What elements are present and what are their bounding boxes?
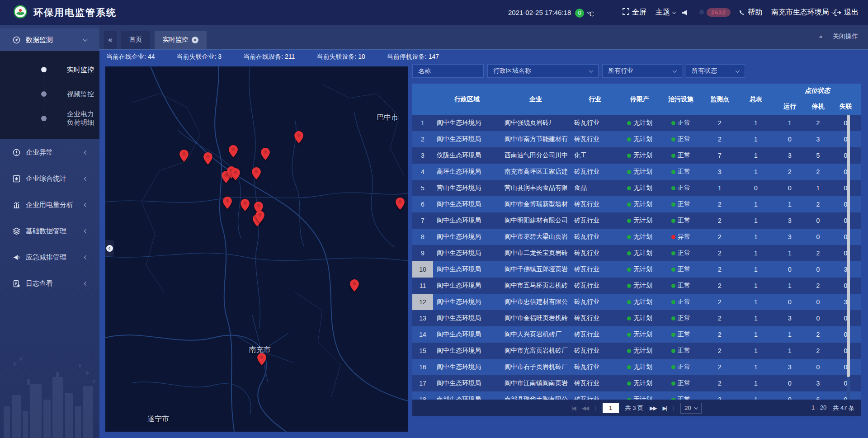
status-dot-green: [671, 154, 675, 158]
table-row[interactable]: 3仪陇生态环境局西南油气田分公司川中化工无计划正常71350: [412, 147, 861, 164]
cell-facility: 正常: [660, 184, 702, 192]
sidebar-item-企业异常[interactable]: 企业异常: [0, 140, 99, 165]
fullscreen-button[interactable]: 全屏: [623, 8, 646, 17]
cell-meter: 1: [738, 396, 774, 400]
cell-company: 阆中千佛镇五郎垭页岩: [501, 265, 571, 273]
map-panel[interactable]: 巴中市南充市遂宁市: [105, 66, 408, 432]
sidebar-item-企业用电量分析[interactable]: 企业用电量分析: [0, 193, 99, 217]
sidebar-item-实时监控[interactable]: 实时监控: [0, 57, 99, 82]
cell-limit: 无计划: [619, 265, 660, 273]
name-filter-input[interactable]: [418, 67, 478, 75]
map-pin-icon[interactable]: [179, 150, 189, 162]
status-filter-select[interactable]: 所有状态: [686, 64, 745, 78]
sidebar-item-日志查看[interactable]: 日志查看: [0, 271, 99, 296]
map-pin-icon[interactable]: [252, 167, 261, 179]
tab-realtime-monitor[interactable]: 实时监控 ×: [155, 31, 207, 49]
status-dot-green: [627, 300, 631, 304]
row-number: 18: [412, 396, 433, 400]
map-pin-icon[interactable]: [223, 197, 232, 209]
cell-industry: 砖瓦行业: [571, 217, 619, 225]
sidebar-item-应急减排管理[interactable]: 应急减排管理: [0, 245, 99, 270]
scrollbar-thumb[interactable]: [847, 115, 850, 377]
page-number-input[interactable]: [603, 403, 619, 413]
sidebar-item-视频监控[interactable]: 视频监控: [0, 82, 99, 106]
user-org-menu[interactable]: 南充市生态环境局: [771, 8, 835, 17]
table-row[interactable]: 2阆中生态环境局阆中市南方节能建材有砖瓦行业无计划正常21030: [412, 131, 861, 147]
map-pin-icon[interactable]: [294, 131, 303, 143]
table-row[interactable]: 7阆中生态环境局阆中明阳建材有限公司砖瓦行业无计划正常21300: [412, 212, 861, 229]
tab-close-icon[interactable]: ×: [192, 37, 198, 43]
speaker-icon: [682, 9, 688, 16]
page-size-select[interactable]: 20: [680, 403, 701, 414]
sidebar-section-数据监测[interactable]: 数据监测: [0, 28, 99, 51]
help-button[interactable]: 帮助: [739, 8, 762, 17]
cell-region: 阆中生态环境局: [433, 200, 501, 208]
sound-button[interactable]: [682, 9, 688, 16]
table-row[interactable]: 18南部生态环境局南部县瑞华土陶有限公砖瓦行业无计划正常21060: [412, 391, 861, 400]
chevron-left-icon: [84, 229, 89, 234]
tab-home[interactable]: 首页: [121, 31, 150, 49]
sidebar-item-企业综合统计[interactable]: 企业综合统计: [0, 166, 99, 191]
col-header-point-status: 点位状态: [774, 84, 861, 98]
sidebar-item-企业电力负荷明细[interactable]: 企业电力负荷明细: [0, 106, 99, 131]
map-pin-icon[interactable]: [231, 168, 240, 180]
table-row[interactable]: 8阆中生态环境局阆中市枣碧大梁山页岩砖瓦行业无计划异常21300: [412, 229, 861, 245]
map-pin-icon[interactable]: [396, 198, 405, 210]
region-filter-select[interactable]: 行政区域名称: [487, 64, 599, 78]
map-pin-icon[interactable]: [203, 152, 212, 165]
sidebar-item-label: 实时监控: [67, 66, 94, 74]
main-content: 当前在线企业:44当前失联企业:3当前在线设备:211当前失联设备:10当前停机…: [99, 50, 868, 438]
logout-button[interactable]: 退出: [835, 8, 859, 17]
table-row[interactable]: 11阆中生态环境局阆中市五马桥页岩机砖砖瓦行业无计划正常21120: [412, 278, 861, 294]
cell-run: 0: [774, 184, 806, 192]
table-header: 行政区域 企业 行业 停限产 治污设施 监测点 总表 点位状态 运行 停机 失联: [412, 84, 861, 115]
cell-stop: 0: [806, 315, 830, 322]
col-header-stop: 停机: [806, 98, 830, 115]
app-logo-icon: [14, 5, 27, 20]
table-row[interactable]: 14阆中生态环境局阆中大兴页岩机砖厂砖瓦行业无计划正常21120: [412, 326, 861, 343]
table-row[interactable]: 6阆中生态环境局阆中市金博瑞新型墙材砖瓦行业无计划正常21120: [412, 196, 861, 212]
table-row[interactable]: 12阆中生态环境局阆中市忠信建材有限公砖瓦行业无计划正常21003: [412, 294, 861, 310]
chevron-down-icon: [673, 68, 677, 73]
table-row[interactable]: 13阆中生态环境局阆中市金福旺页岩机砖砖瓦行业无计划正常21300: [412, 310, 861, 326]
cell-meter: 1: [738, 298, 774, 306]
last-page-button[interactable]: ▶|: [662, 405, 666, 411]
fullscreen-icon: [623, 8, 629, 17]
map-pin-icon[interactable]: [261, 148, 270, 160]
sidebar-collapse-handle[interactable]: [105, 240, 114, 256]
first-page-button[interactable]: |◀: [571, 405, 575, 411]
industry-filter-select[interactable]: 所有行业: [602, 64, 682, 78]
theme-button[interactable]: 主题: [656, 8, 675, 17]
stat-item: 当前失联设备:10: [316, 53, 365, 61]
cell-stop: 3: [806, 136, 830, 143]
cell-limit: 无计划: [619, 168, 660, 176]
map-pin-icon[interactable]: [255, 211, 264, 223]
table-row[interactable]: 9阆中生态环境局阆中市二龙长宝页岩砖砖瓦行业无计划正常21120: [412, 245, 861, 261]
cell-stop: 2: [806, 168, 830, 175]
cell-stop: 2: [806, 282, 830, 289]
next-page-button[interactable]: ▶▶: [650, 405, 656, 411]
map-pin-icon[interactable]: [257, 353, 266, 365]
table-row[interactable]: 15阆中生态环境局阆中市光富页岩机砖厂砖瓦行业无计划正常21120: [412, 343, 861, 359]
cell-company: 阆中明阳建材有限公司: [501, 217, 571, 225]
map-pin-icon[interactable]: [229, 145, 238, 157]
table-row[interactable]: 17阆中生态环境局阆中市江南镇阆南页岩砖瓦行业无计划正常21030: [412, 375, 861, 391]
notifications-button[interactable]: 2632: [698, 8, 731, 17]
table-row[interactable]: 4高坪生态环境局南充市高坪区王家店建砖瓦行业无计划正常31220: [412, 164, 861, 180]
map-pin-icon[interactable]: [350, 279, 359, 292]
row-number: 13: [412, 315, 433, 322]
prev-page-button[interactable]: ◀◀: [582, 405, 588, 411]
map-pin-icon[interactable]: [241, 199, 250, 211]
horn-icon: [13, 254, 20, 261]
table-row[interactable]: 16阆中生态环境局阆中市石子页岩机砖厂砖瓦行业无计划正常21300: [412, 359, 861, 375]
table-row[interactable]: 10阆中生态环境局阆中千佛镇五郎垭页岩砖瓦行业无计划正常21003: [412, 261, 861, 278]
cell-region: 高坪生态环境局: [433, 168, 501, 176]
name-filter-field[interactable]: [412, 64, 484, 78]
sidebar-item-基础数据管理[interactable]: 基础数据管理: [0, 219, 99, 244]
tabs-scroll-right-button[interactable]: »: [819, 33, 821, 40]
tabs-scroll-left-button[interactable]: «: [104, 31, 117, 49]
cell-monitor: 2: [702, 201, 738, 208]
close-operations-button[interactable]: 关闭操作: [833, 33, 858, 41]
table-row[interactable]: 1阆中生态环境局阆中强锐页岩砖厂砖瓦行业无计划正常21120: [412, 115, 861, 131]
table-row[interactable]: 5营山生态环境局营山县润丰肉食品有限食品无计划正常10010: [412, 180, 861, 196]
